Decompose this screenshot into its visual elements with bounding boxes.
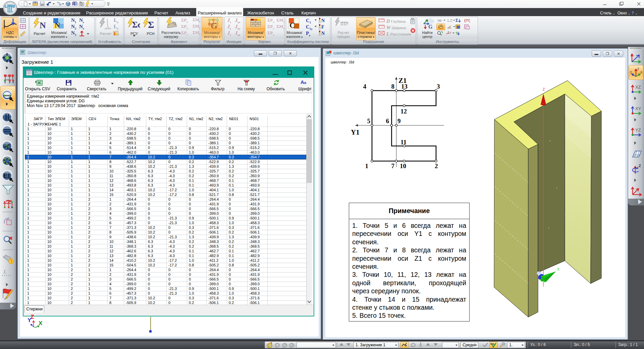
- svg-text:Z: Z: [543, 88, 545, 91]
- svg-text:N: N: [321, 18, 325, 23]
- svg-text:?: ?: [455, 31, 458, 35]
- svg-text:YZ: YZ: [635, 128, 641, 133]
- svg-text:Y: Y: [28, 317, 32, 323]
- svg-text:XZ: XZ: [635, 85, 641, 90]
- svg-text:X: X: [640, 70, 642, 74]
- svg-text:No: No: [490, 342, 494, 346]
- svg-text:N: N: [40, 20, 46, 30]
- svg-text:11: 11: [400, 139, 407, 146]
- svg-text:Σ: Σ: [455, 18, 458, 23]
- svg-text:5: 5: [367, 117, 371, 124]
- svg-text:Y1: Y1: [351, 128, 360, 136]
- svg-text:G: G: [211, 21, 217, 30]
- svg-text:12: 12: [400, 108, 407, 115]
- svg-text:7: 7: [391, 162, 395, 169]
- svg-text:1.2): 1.2): [447, 19, 452, 22]
- svg-text:C: C: [289, 21, 295, 29]
- svg-text:X: X: [39, 320, 43, 327]
- svg-text:EI: EI: [3, 172, 10, 179]
- svg-text:t: t: [118, 33, 119, 36]
- svg-text:N: N: [55, 21, 60, 29]
- svg-text:X: X: [557, 267, 560, 271]
- svg-text:Z: Z: [637, 67, 639, 70]
- svg-text:2: 2: [435, 162, 438, 169]
- svg-text:10: 10: [400, 162, 406, 169]
- svg-text:Σσ: Σσ: [132, 20, 140, 29]
- svg-text:1: 1: [365, 162, 369, 169]
- svg-text:{?!}: {?!}: [464, 18, 470, 22]
- svg-text:8: 8: [391, 83, 395, 90]
- svg-text:13: 13: [401, 83, 408, 90]
- svg-text:G: G: [428, 24, 433, 30]
- svg-text:F: F: [321, 24, 324, 30]
- svg-text:N: N: [321, 31, 325, 36]
- svg-text:6: 6: [386, 117, 389, 124]
- svg-text:f: f: [448, 31, 449, 34]
- svg-text:Z: Z: [639, 164, 641, 168]
- svg-text:Y: Y: [630, 70, 632, 74]
- svg-text:9: 9: [397, 117, 401, 124]
- svg-text:Σ: Σ: [148, 19, 154, 30]
- svg-text:3: 3: [437, 83, 440, 90]
- svg-text:XY: XY: [635, 106, 641, 111]
- svg-text:4: 4: [363, 83, 367, 90]
